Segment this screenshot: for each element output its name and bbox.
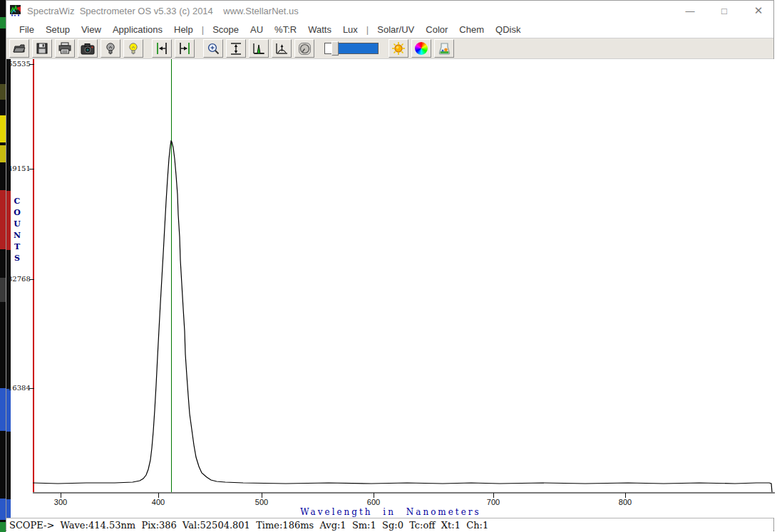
desktop-edge-sliver (0, 0, 6, 532)
fit-vertical-button[interactable] (226, 39, 246, 58)
x-tick-label: 700 (478, 498, 509, 506)
menu-item--t-r[interactable]: %T:R (269, 23, 302, 36)
magnifier-plus-icon (207, 42, 220, 56)
integration-timer-button[interactable] (294, 39, 314, 58)
zoom-in-button[interactable] (203, 39, 223, 58)
peak-up-arrow-icon (274, 42, 289, 55)
app-window: SpectraWiz Spectrometer OS v5.33 (c) 201… (6, 0, 774, 531)
x-tick-mark (374, 493, 374, 498)
print-button[interactable] (55, 39, 75, 58)
menu-item-solar-uv[interactable]: Solar/UV (371, 23, 420, 36)
x-tick-label: 800 (609, 498, 641, 506)
title-bar[interactable]: SpectraWiz Spectrometer OS v5.33 (c) 201… (6, 1, 773, 21)
move-cursor-left-icon (155, 42, 169, 55)
color-button[interactable] (411, 39, 431, 58)
desktop-fragment (0, 115, 6, 142)
chem-button[interactable] (434, 39, 454, 58)
open-folder-icon (12, 41, 26, 56)
x-tick-mark (625, 493, 626, 498)
x-tick-mark (61, 493, 61, 498)
window-title: SpectraWiz Spectrometer OS v5.33 (c) 201… (27, 6, 299, 16)
vertical-fit-icon (230, 42, 242, 56)
scope-spectrum-button[interactable] (249, 39, 269, 58)
cursor-right-button[interactable] (175, 39, 195, 58)
status-bar: SCOPE-> Wave:414.53nm Pix:386 Val:52504.… (6, 518, 773, 531)
desktop-fragment (0, 278, 6, 302)
desktop-fragment (0, 145, 6, 162)
desktop-fragment (0, 499, 6, 520)
lamp-on-button[interactable] (123, 39, 143, 58)
x-axis-title: Wavelength in Nanometers (6, 507, 775, 517)
menu-item-help[interactable]: Help (168, 23, 199, 36)
y-axis-title: COUNTS (12, 196, 22, 264)
sun-icon (391, 41, 406, 56)
x-tick-mark (158, 493, 159, 498)
plot-left-margin (6, 59, 11, 518)
slider-fill (335, 43, 378, 53)
menu-item-chem[interactable]: Chem (453, 23, 490, 36)
desktop-fragment (0, 388, 6, 431)
menu-item-lux[interactable]: Lux (337, 23, 364, 36)
x-tick-mark (262, 493, 262, 498)
bulb-on-icon (128, 42, 139, 56)
menu-separator: | (199, 23, 207, 36)
x-tick-label: 400 (143, 498, 174, 506)
lamp-off-button[interactable] (101, 39, 120, 58)
spectrum-trace (33, 141, 772, 492)
bulb-off-icon (105, 42, 116, 56)
x-tick-mark (493, 493, 494, 498)
y-tick-label: 65535 (8, 60, 29, 68)
desktop-fragment (0, 17, 6, 28)
app-logo-icon (10, 5, 21, 16)
menu-item-qdisk[interactable]: QDisk (490, 23, 526, 36)
move-cursor-right-icon (177, 42, 192, 55)
y-tick-label: 16384 (8, 384, 29, 392)
cursor-left-button[interactable] (152, 39, 172, 58)
menu-item-scope[interactable]: Scope (207, 23, 245, 36)
x-tick-label: 300 (45, 498, 76, 506)
y-tick-label: 32768 (8, 275, 29, 283)
timer-clock-icon (298, 42, 312, 56)
solar-button[interactable] (388, 39, 408, 58)
chem-beaker-icon (438, 42, 451, 56)
desktop-fragment (0, 522, 6, 532)
menu-item-color[interactable]: Color (420, 23, 453, 36)
toolbar (6, 38, 773, 59)
menu-item-view[interactable]: View (76, 23, 107, 36)
camera-icon (81, 43, 95, 55)
menu-item-file[interactable]: File (14, 23, 40, 36)
slider-thumb[interactable] (331, 41, 339, 56)
desktop-fragment (0, 190, 6, 249)
color-wheel-icon (415, 42, 428, 55)
desktop-fragment (0, 84, 6, 100)
close-button[interactable]: ✕ (753, 4, 763, 17)
menu-item-watts[interactable]: Watts (302, 23, 337, 36)
margin-fragment (6, 389, 11, 432)
margin-fragment (6, 191, 11, 250)
snapshot-button[interactable] (78, 39, 98, 58)
minimize-button[interactable]: — (685, 6, 695, 16)
menu-item-applications[interactable]: Applications (107, 23, 168, 36)
status-text: SCOPE-> Wave:414.53nm Pix:386 Val:52504.… (6, 520, 488, 531)
spectrum-chart[interactable] (33, 59, 775, 494)
save-file-button[interactable] (32, 39, 52, 58)
plot-area[interactable]: COUNTS 300400500600700800655354915132768… (6, 59, 775, 518)
menu-separator: | (364, 23, 371, 36)
printer-icon (58, 42, 72, 55)
y-tick-label: 49151 (8, 165, 29, 172)
maximize-button[interactable]: □ (719, 6, 729, 16)
menu-item-au[interactable]: AU (245, 23, 269, 36)
x-tick-label: 600 (358, 498, 389, 506)
floppy-save-icon (36, 42, 48, 55)
open-file-button[interactable] (9, 39, 29, 58)
menu-bar: FileSetupViewApplicationsHelp|ScopeAU%T:… (6, 21, 773, 38)
spectrum-peak-icon (252, 42, 266, 55)
x-tick-label: 500 (246, 498, 277, 506)
intensity-slider[interactable] (324, 43, 379, 54)
menu-item-setup[interactable]: Setup (40, 23, 76, 36)
peak-rescale-button[interactable] (272, 39, 292, 58)
